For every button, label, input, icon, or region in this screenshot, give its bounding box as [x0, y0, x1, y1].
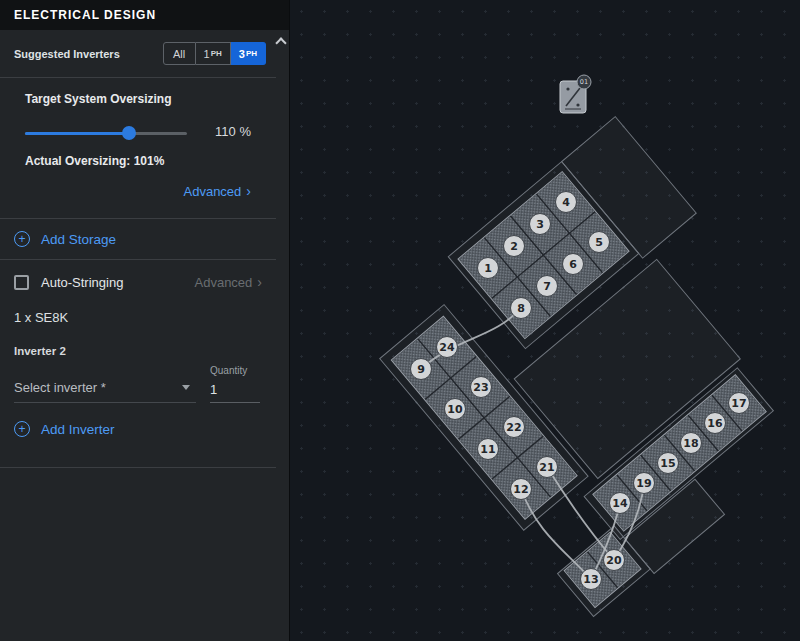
svg-text:15: 15: [660, 457, 675, 470]
panel-number-marker[interactable]: 10: [445, 399, 466, 420]
inverter-icon[interactable]: 01: [560, 75, 591, 113]
oversizing-value: 110 %: [215, 124, 251, 139]
actual-oversizing-label: Actual Oversizing: 101%: [25, 154, 251, 168]
svg-text:20: 20: [606, 554, 622, 567]
panel-number-marker[interactable]: 11: [478, 439, 499, 460]
suggested-inverters-row: Suggested Inverters All 1PH 3PH: [0, 30, 276, 78]
panel-number-marker[interactable]: 17: [729, 393, 750, 414]
svg-text:12: 12: [513, 483, 528, 496]
panel-number-marker[interactable]: 12: [511, 479, 532, 500]
target-oversizing-label: Target System Oversizing: [25, 92, 251, 106]
svg-text:14: 14: [612, 497, 628, 510]
oversizing-slider: 110 %: [25, 122, 251, 144]
svg-text:01: 01: [580, 78, 588, 86]
add-inverter-label: Add Inverter: [41, 422, 115, 437]
scroll-up-icon[interactable]: [275, 37, 286, 48]
panel-number-marker[interactable]: 6: [563, 254, 584, 275]
panel-number-marker[interactable]: 13: [581, 569, 602, 590]
svg-text:3: 3: [536, 218, 544, 231]
panel-number-marker[interactable]: 18: [681, 433, 702, 454]
filter-all-button[interactable]: All: [163, 42, 196, 65]
suggested-inverters-label: Suggested Inverters: [14, 48, 120, 60]
svg-text:22: 22: [506, 421, 521, 434]
design-canvas[interactable]: 0112345678910111213141516171819202122232…: [290, 0, 800, 641]
svg-text:9: 9: [417, 363, 425, 376]
quantity-input[interactable]: [210, 380, 260, 403]
svg-text:4: 4: [562, 196, 570, 209]
inverter-summary: 1 x SE8K: [14, 302, 262, 335]
panel-number-marker[interactable]: 20: [604, 550, 625, 571]
panel-number-marker[interactable]: 15: [658, 453, 679, 474]
auto-stringing-label: Auto-Stringing: [41, 275, 123, 290]
panel-number-marker[interactable]: 3: [530, 214, 551, 235]
slider-fill: [25, 132, 129, 135]
panel-number-marker[interactable]: 14: [610, 493, 631, 514]
inverter-badge: 01: [577, 75, 591, 89]
panel-number-marker[interactable]: 24: [437, 337, 458, 358]
svg-text:10: 10: [447, 403, 463, 416]
slider-track[interactable]: [25, 132, 187, 135]
svg-text:21: 21: [539, 461, 554, 474]
add-storage-button[interactable]: Add Storage: [0, 219, 276, 260]
select-inverter-dropdown[interactable]: Select inverter *: [14, 380, 196, 403]
svg-text:2: 2: [510, 240, 518, 253]
svg-text:24: 24: [439, 341, 455, 354]
panel-number-marker[interactable]: 9: [411, 359, 432, 380]
svg-text:19: 19: [636, 477, 651, 490]
panel-number-marker[interactable]: 22: [504, 417, 525, 438]
svg-text:16: 16: [707, 417, 723, 430]
plus-circle-icon: [14, 421, 30, 437]
stringing-section: Auto-Stringing Advanced 1 x SE8K Inverte…: [0, 260, 276, 468]
panel-number-marker[interactable]: 1: [478, 258, 499, 279]
filter-3ph-button[interactable]: 3PH: [231, 42, 266, 65]
svg-text:5: 5: [595, 236, 603, 249]
panel-number-marker[interactable]: 16: [705, 413, 726, 434]
quantity-label: Quantity: [210, 365, 262, 376]
panel-number-marker[interactable]: 5: [589, 232, 610, 253]
panel-number-marker[interactable]: 7: [537, 276, 558, 297]
panel-title: ELECTRICAL DESIGN: [14, 8, 156, 22]
svg-text:13: 13: [583, 573, 598, 586]
plus-circle-icon: [14, 231, 30, 247]
svg-text:8: 8: [517, 302, 525, 315]
oversizing-advanced-link[interactable]: Advanced: [184, 184, 252, 199]
stringing-advanced-link[interactable]: Advanced: [195, 274, 263, 290]
oversizing-section: Target System Oversizing 110 % Actual Ov…: [0, 78, 276, 219]
panel-header: ELECTRICAL DESIGN: [0, 0, 289, 30]
panel-number-marker[interactable]: 21: [537, 457, 558, 478]
panel-number-marker[interactable]: 19: [634, 473, 655, 494]
svg-text:23: 23: [473, 381, 488, 394]
panel-number-marker[interactable]: 8: [511, 298, 532, 319]
svg-text:6: 6: [569, 258, 577, 271]
add-inverter-button[interactable]: Add Inverter: [14, 407, 262, 453]
phase-filter-segmented: All 1PH 3PH: [163, 42, 267, 65]
svg-text:18: 18: [683, 437, 698, 450]
panel-number-marker[interactable]: 2: [504, 236, 525, 257]
svg-text:1: 1: [484, 262, 492, 275]
select-inverter-placeholder: Select inverter *: [14, 380, 106, 395]
inverter-2-heading: Inverter 2: [14, 335, 262, 363]
filter-1ph-button[interactable]: 1PH: [196, 42, 231, 65]
panel-number-marker[interactable]: 23: [471, 377, 492, 398]
svg-text:17: 17: [731, 397, 746, 410]
panel-number-marker[interactable]: 4: [556, 192, 577, 213]
dropdown-caret-icon: [182, 385, 190, 390]
electrical-design-app: ELECTRICAL DESIGN Suggested Inverters Al…: [0, 0, 800, 641]
svg-text:7: 7: [543, 280, 551, 293]
auto-stringing-checkbox[interactable]: [14, 275, 29, 290]
add-storage-label: Add Storage: [41, 232, 116, 247]
svg-text:11: 11: [480, 443, 495, 456]
slider-handle[interactable]: [122, 126, 136, 140]
electrical-design-panel: ELECTRICAL DESIGN Suggested Inverters Al…: [0, 0, 290, 641]
